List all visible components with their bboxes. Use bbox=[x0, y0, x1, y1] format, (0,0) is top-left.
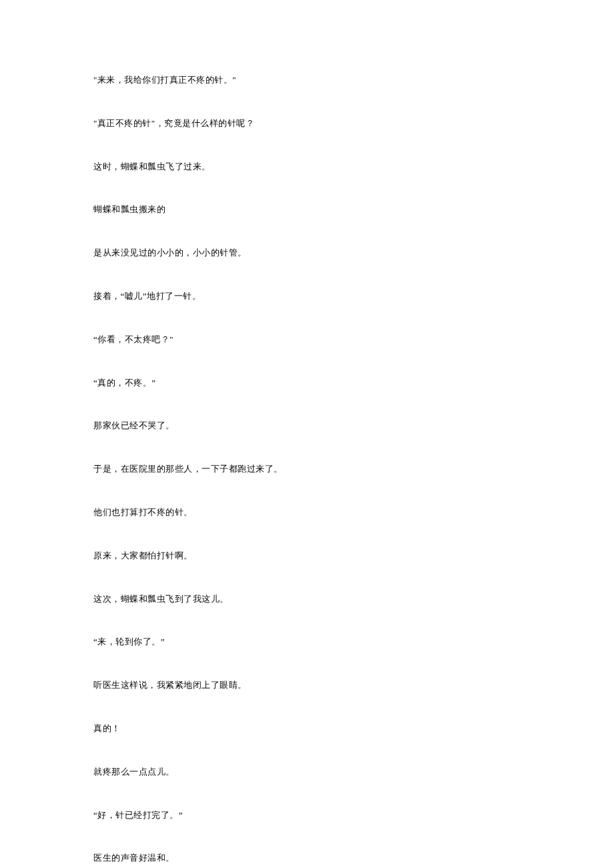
text-line: 这次，蝴蝶和瓢虫飞到了我这儿。 bbox=[93, 592, 521, 606]
text-line: “好，针已经打完了。” bbox=[93, 809, 521, 823]
text-line: 他们也打算打不疼的针。 bbox=[93, 506, 521, 520]
text-line: 这时，蝴蝶和瓢虫飞了过来。 bbox=[93, 160, 521, 174]
text-line: 是从来没见过的小小的，小小的针管。 bbox=[93, 246, 521, 260]
text-line: “来，轮到你了。” bbox=[93, 635, 521, 649]
text-line: 真的！ bbox=[93, 722, 521, 736]
document-page: "来来，我给你们打真正不疼的针。" "真正不疼的针"，究竟是什么样的针呢？ 这时… bbox=[0, 0, 614, 868]
text-line: 那家伙已经不哭了。 bbox=[93, 419, 521, 433]
text-line: 医生的声音好温和。 bbox=[93, 851, 521, 865]
text-line: 于是，在医院里的那些人，一下子都跑过来了。 bbox=[93, 462, 521, 476]
text-line: “真的，不疼。” bbox=[93, 376, 521, 390]
text-line: 听医生这样说，我紧紧地闭上了眼睛。 bbox=[93, 679, 521, 693]
text-line: "真正不疼的针"，究竟是什么样的针呢？ bbox=[93, 117, 521, 131]
text-line: 蝴蝶和瓢虫搬来的 bbox=[93, 203, 521, 217]
text-line: 接着，“嘘儿”地打了一针。 bbox=[93, 290, 521, 304]
text-line: “你看，不太疼吧？" bbox=[93, 333, 521, 347]
text-line: 原来，大家都怕打针啊。 bbox=[93, 549, 521, 563]
text-line: 就疼那么一点点儿。 bbox=[93, 765, 521, 779]
text-line: "来来，我给你们打真正不疼的针。" bbox=[93, 73, 521, 87]
